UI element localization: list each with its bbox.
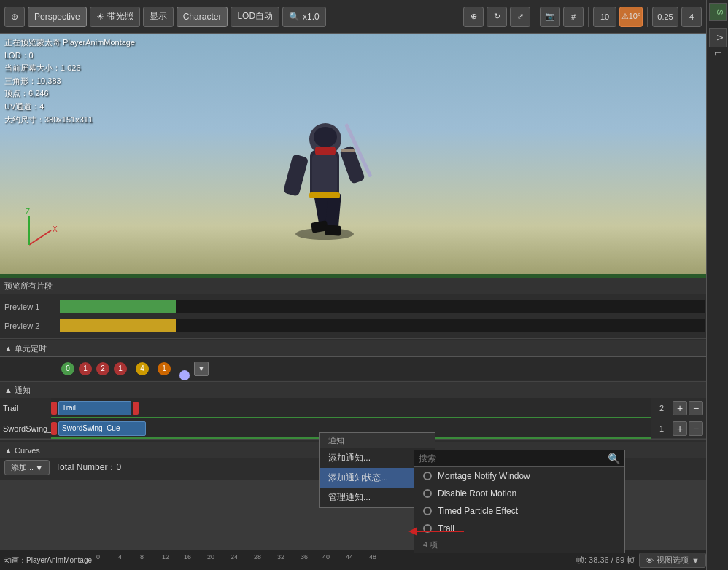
svg-rect-4 [325,225,341,236]
submenu-disable-root[interactable]: Disable Root Motion [414,485,624,502]
trail-label: Trail [0,404,51,413]
max-size-info: 大约尺寸：380x151x311 [4,114,135,127]
timeline-dropdown-btn[interactable]: ▼ [194,362,209,376]
right-panel-tab-1[interactable]: S [709,3,727,21]
swordswing-chip[interactable]: SwordSwing_Cue [58,421,146,436]
light-label: 带光照 [107,10,133,23]
trail-minus-btn[interactable]: − [689,401,703,415]
add-curve-label: 添加... [11,462,34,473]
grid-icon[interactable]: # [563,7,584,27]
snap-value[interactable]: 10 [593,7,616,27]
scale-btn[interactable]: 🔍 x1.0 [282,7,326,27]
tick-32: 32 [277,553,284,561]
add-curve-btn[interactable]: 添加... ▼ [4,460,50,475]
trail-chip[interactable]: Trail [58,401,131,415]
notify-header[interactable]: ▲ 通知 [0,382,706,398]
tick-40: 40 [322,553,330,561]
timing-dot-2[interactable]: 2 [96,362,109,375]
curves-label: ▲ Curves [4,446,40,455]
eye-icon: 👁 [646,556,654,565]
tick-8: 8 [140,553,144,561]
lod-label: LOD自动 [237,10,273,23]
triangles-info: 三角形：10,383 [4,75,135,88]
preview1-bar-fill [60,300,176,313]
swordswing-minus-btn[interactable]: − [689,421,703,436]
transform-icon: ⊕ [11,12,18,22]
vertices-info: 顶点：6,246 [4,87,135,101]
single-timing-label: ▲ 单元定时 [4,343,47,354]
grid-move-icon[interactable]: ⊕ [463,7,484,27]
preview1-bar [60,300,705,313]
top-toolbar: ⊕ Perspective ☀ 带光照 显示 Character LOD自动 🔍… [0,0,706,34]
light-btn[interactable]: ☀ 带光照 [90,7,140,27]
animation-label: 动画：PlayerAnimMontage [0,555,96,566]
preview2-bar-fill [60,319,176,332]
tick-20: 20 [207,553,214,561]
lod-info: LOD：0 [4,50,135,63]
timeline-end-marker [179,370,190,380]
svg-rect-7 [283,154,309,197]
light-icon: ☀ [96,12,104,22]
svg-point-12 [314,127,337,147]
rotate-icon[interactable]: ↻ [487,7,507,27]
tick-12: 12 [162,553,169,561]
tick-0: 0 [96,553,100,561]
trail-timeline: Trail [51,398,651,418]
perspective-btn[interactable]: Perspective [28,7,87,27]
display-label: 显示 [150,10,167,23]
tick-44: 44 [346,553,353,561]
search-input[interactable] [419,453,605,464]
preview1-label: Preview 1 [0,302,58,311]
total-number-label: Total Number：0 [55,461,121,474]
single-timing-header[interactable]: ▲ 单元定时 [0,340,706,356]
extra-btn[interactable]: 4 [681,7,702,27]
timing-dot-5[interactable]: 1 [158,362,171,375]
ruler-ticks: 0 4 8 12 16 20 24 28 32 36 40 44 48 [96,550,572,570]
single-timing-section: ▲ 单元定时 0 1 2 1 4 1 ▼ [0,338,706,381]
right-panel-label: L [713,49,721,56]
perspective-label: Perspective [34,12,80,22]
preview-row-1: Preview 1 [0,297,706,316]
tick-16: 16 [184,553,191,561]
timing-dot-4[interactable]: 4 [136,362,149,375]
uv-channels-info: UV通道：4 [4,101,135,114]
transform-mode-btn[interactable]: ⊕ [4,7,25,27]
swordswing-plus-btn[interactable]: + [673,421,687,436]
trail-arrow [406,523,464,538]
svg-rect-14 [309,192,340,198]
warning-icon[interactable]: ⚠10° [619,7,643,27]
character-btn[interactable]: Character [177,7,228,27]
toolbar-right: ⊕ ↻ ⤢ 📷 # 10 ⚠10° 0.25 4 [463,7,702,27]
search-icon: 🔍 [608,453,620,464]
preview-section: Preview 1 Preview 2 [0,294,706,338]
search-bar: 🔍 [414,450,624,467]
scale-icon2[interactable]: ⤢ [510,7,530,27]
viewport: 正在预览蒙太奇 PlayerAnimMontage LOD：0 当前屏幕大小：1… [0,34,706,274]
radio-timed-particle [423,507,432,515]
right-panel: S A L [706,0,728,570]
lod-btn[interactable]: LOD自动 [231,7,279,27]
submenu-montage-notify[interactable]: Montage Notify Window [414,467,624,485]
timing-dot-3[interactable]: 1 [114,362,127,375]
swordswing-marker[interactable] [51,422,57,435]
preview2-label: Preview 2 [0,321,58,330]
trail-marker-right[interactable] [133,402,139,415]
view-options-btn[interactable]: 👁 视图选项 ▼ [639,553,706,568]
scale-label: x1.0 [303,12,320,22]
ruler-left-spacer [0,357,58,380]
trail-marker-left[interactable] [51,402,57,415]
submenu-timed-particle[interactable]: Timed Particle Effect [414,502,624,520]
right-panel-tab-2[interactable]: A [709,28,727,47]
timing-dot-1[interactable]: 1 [79,362,92,375]
tick-48: 48 [369,553,376,561]
camera-icon[interactable]: 📷 [540,7,560,27]
decimal-value[interactable]: 0.25 [652,7,678,27]
trail-plus-btn[interactable]: + [673,401,687,415]
swordswing-count: 1 [651,424,673,433]
ruler-numbers: 0 1 2 1 4 1 ▼ [58,357,706,380]
timing-dot-0[interactable]: 0 [61,362,74,375]
svg-text:Z: Z [26,208,30,216]
preview-all-label: 预览所有片段 [0,278,706,294]
display-btn[interactable]: 显示 [143,7,174,27]
svg-line-15 [29,230,51,245]
